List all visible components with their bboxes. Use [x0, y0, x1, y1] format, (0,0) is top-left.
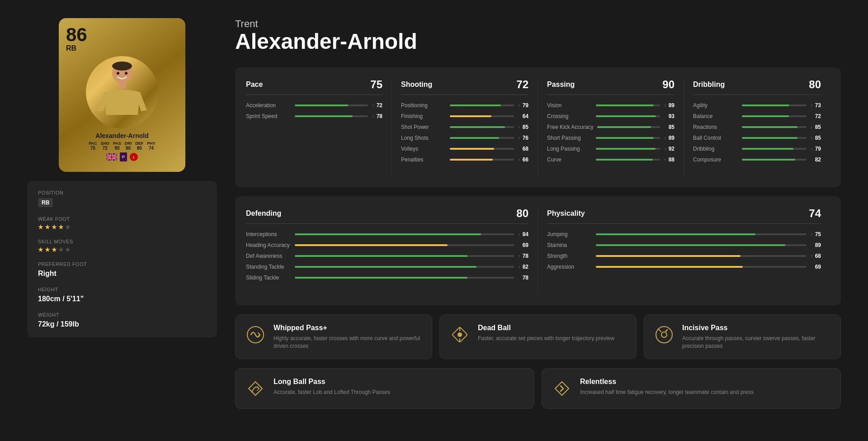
- stat-value-pace-0: ↑ 72: [372, 102, 382, 109]
- stats-secondary-grid: Defending80Interceptions↑ 84Heading Accu…: [235, 196, 841, 305]
- stat-arrow-dribbling-0: ↑: [811, 103, 814, 108]
- stat-value-passing-4: ↑ 92: [664, 146, 675, 152]
- stat-arrow-passing-5: ↑: [664, 157, 668, 162]
- category-header-pace: Pace75: [246, 78, 382, 95]
- stat-bar-container-passing-3: [596, 137, 660, 139]
- stat-value-physicality-2: ↑ 68: [810, 253, 821, 259]
- category-score-defending: 80: [516, 207, 528, 220]
- stat-value-defending-2: ↑ 78: [518, 253, 528, 259]
- skill-star-2: [45, 247, 50, 252]
- stat-row-defending-4: Sliding Tackle78: [246, 275, 528, 281]
- category-name-shooting: Shooting: [401, 81, 432, 89]
- stat-bar-defending-0: [295, 233, 481, 235]
- category-score-physicality: 74: [809, 207, 821, 220]
- playstyle-icon-dead-ball: [449, 324, 471, 346]
- stat-category-dribbling: Dribbling80Agility↑ 73Balance72Reactions…: [684, 78, 830, 176]
- stat-bar-passing-4: [596, 148, 656, 150]
- stat-bar-dribbling-3: [742, 137, 797, 139]
- svg-point-1: [112, 62, 132, 71]
- stat-name-dribbling-0: Agility: [693, 102, 738, 109]
- stat-value-dribbling-0: ↑ 73: [810, 102, 821, 109]
- stat-bar-pace-1: [295, 115, 353, 117]
- stat-bar-passing-1: [596, 115, 656, 117]
- card-stat-phy: PHY 74: [147, 141, 156, 151]
- stat-value-defending-0: ↑ 84: [518, 231, 528, 237]
- card-stat-def: DEF 80: [135, 141, 143, 151]
- stat-row-shooting-3: Long Shots↑ 76: [401, 135, 528, 141]
- svg-point-3: [117, 72, 119, 75]
- stat-name-shooting-5: Penalties: [401, 156, 446, 163]
- stat-row-defending-1: Heading Accuracy69: [246, 242, 528, 248]
- stat-row-dribbling-3: Ball Control↑ 85: [693, 135, 821, 141]
- preferred-foot-section: Preferred Foot Right: [38, 261, 206, 278]
- stat-row-dribbling-5: Composure82: [693, 156, 821, 163]
- skill-star-4-empty: [58, 247, 64, 252]
- skill-star-3: [52, 247, 57, 252]
- stat-value-dribbling-5: 82: [810, 156, 821, 163]
- playstyle-card-whipped-pass: Whipped Pass+Highly accurate, faster cro…: [235, 314, 432, 360]
- stat-bar-shooting-2: [450, 126, 505, 128]
- stat-name-defending-1: Heading Accuracy: [246, 242, 291, 248]
- stat-bar-defending-1: [295, 244, 448, 246]
- stat-arrow-passing-4: ↑: [664, 147, 668, 152]
- stat-bar-container-physicality-1: [596, 244, 807, 246]
- stat-value-shooting-5: ↑ 66: [518, 156, 528, 163]
- playstyle-icon-whipped-pass: [245, 324, 266, 346]
- stat-bar-defending-3: [295, 266, 476, 268]
- stat-bar-container-dribbling-1: [742, 115, 807, 117]
- playstyle-card-incisive-pass: Incisive PassAccurate through passes, cu…: [644, 314, 841, 360]
- stat-row-passing-2: Free Kick Accuracy85: [547, 124, 675, 130]
- position-label: Position: [38, 190, 206, 195]
- position-section: Position RB: [38, 190, 206, 207]
- stat-row-dribbling-1: Balance72: [693, 113, 821, 119]
- stat-row-shooting-0: Positioning↑ 79: [401, 102, 528, 109]
- info-panel: Position RB Weak Foot Skill Moves: [27, 181, 217, 337]
- stat-name-passing-1: Crossing: [547, 113, 592, 119]
- card-stats-row: PAC 75 SHO 72 PAS 90 DRI 80 DEF 80: [89, 141, 156, 151]
- stat-row-shooting-5: Penalties↑ 66: [401, 156, 528, 163]
- stat-value-defending-4: 78: [518, 275, 528, 281]
- stat-name-defending-0: Interceptions: [246, 231, 291, 237]
- stat-name-pace-0: Acceleration: [246, 102, 291, 109]
- stat-name-physicality-3: Aggression: [547, 264, 592, 270]
- category-name-physicality: Physicality: [547, 209, 585, 218]
- stat-bar-dribbling-2: [742, 126, 797, 128]
- weak-foot-stars: [38, 224, 206, 230]
- svg-line-17: [659, 329, 661, 332]
- stat-bar-container-defending-4: [295, 277, 514, 279]
- star-5-empty: [65, 224, 71, 230]
- stat-row-physicality-2: Strength↑ 68: [547, 253, 821, 259]
- stat-bar-passing-2: [597, 126, 651, 128]
- position-value: RB: [38, 198, 53, 207]
- stat-bar-container-dribbling-4: [742, 148, 807, 150]
- category-name-dribbling: Dribbling: [693, 81, 725, 89]
- stat-name-dribbling-2: Reactions: [693, 124, 738, 130]
- playstyle-card-long-ball-pass: Long Ball PassAccurate, faster Lob and L…: [235, 368, 534, 409]
- stat-bar-container-defending-2: [295, 255, 514, 257]
- liverpool-badge: L: [130, 153, 138, 161]
- page-container: 86 RB: [0, 0, 868, 427]
- stat-bar-passing-0: [596, 104, 654, 106]
- star-3: [52, 224, 57, 230]
- stat-name-physicality-2: Strength: [547, 253, 592, 259]
- stat-name-passing-3: Short Passing: [547, 135, 592, 141]
- stat-arrow-shooting-3: ↑: [518, 136, 522, 141]
- category-name-pace: Pace: [246, 81, 263, 89]
- playstyle-info-long-ball-pass: Long Ball PassAccurate, faster Lob and L…: [274, 378, 525, 396]
- player-last-name: Alexander-Arnold: [235, 30, 841, 54]
- star-2: [45, 224, 50, 230]
- stat-bar-pace-0: [295, 104, 348, 106]
- category-header-defending: Defending80: [246, 207, 528, 224]
- stat-value-dribbling-2: ↑ 85: [810, 124, 821, 130]
- playstyle-icon-incisive-pass: [653, 324, 675, 346]
- stat-row-physicality-1: Stamina89: [547, 242, 821, 248]
- stat-arrow-shooting-5: ↑: [518, 157, 522, 162]
- stat-bar-container-passing-0: [596, 104, 660, 106]
- weight-label: Weight: [38, 312, 206, 318]
- svg-marker-19: [555, 382, 569, 395]
- category-header-dribbling: Dribbling80: [693, 78, 821, 95]
- stat-bar-dribbling-5: [742, 159, 795, 161]
- skill-moves-label: Skill Moves: [38, 239, 206, 244]
- stat-row-passing-5: Curve↑ 88: [547, 156, 675, 163]
- stat-bar-container-passing-4: [596, 148, 660, 150]
